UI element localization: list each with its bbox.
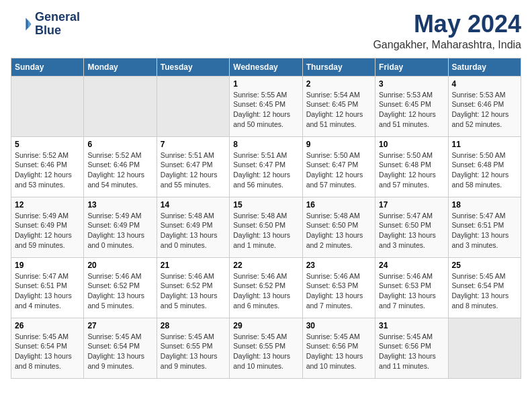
- day-cell: 18Sunrise: 5:47 AM Sunset: 6:51 PM Dayli…: [448, 197, 521, 257]
- svg-marker-1: [28, 19, 32, 28]
- day-number: 4: [452, 79, 517, 89]
- title-block: May 2024 Gangakher, Maharashtra, India: [373, 11, 521, 51]
- day-cell: 22Sunrise: 5:46 AM Sunset: 6:52 PM Dayli…: [230, 257, 302, 318]
- column-header-sunday: Sunday: [11, 58, 84, 76]
- day-number: 8: [233, 140, 298, 149]
- day-info: Sunrise: 5:50 AM Sunset: 6:47 PM Dayligh…: [306, 150, 371, 190]
- day-cell: [157, 76, 229, 136]
- day-info: Sunrise: 5:48 AM Sunset: 6:49 PM Dayligh…: [161, 211, 226, 250]
- header-row: SundayMondayTuesdayWednesdayThursdayFrid…: [11, 58, 521, 76]
- day-cell: 5Sunrise: 5:52 AM Sunset: 6:46 PM Daylig…: [11, 136, 84, 197]
- day-number: 28: [161, 321, 226, 330]
- day-cell: 9Sunrise: 5:50 AM Sunset: 6:47 PM Daylig…: [302, 136, 375, 197]
- day-number: 27: [87, 321, 152, 330]
- day-cell: 20Sunrise: 5:46 AM Sunset: 6:52 PM Dayli…: [84, 257, 157, 318]
- day-cell: 6Sunrise: 5:52 AM Sunset: 6:46 PM Daylig…: [84, 136, 157, 197]
- day-info: Sunrise: 5:49 AM Sunset: 6:49 PM Dayligh…: [15, 211, 80, 250]
- day-cell: 31Sunrise: 5:45 AM Sunset: 6:56 PM Dayli…: [375, 318, 448, 378]
- day-number: 1: [233, 79, 298, 89]
- day-info: Sunrise: 5:47 AM Sunset: 6:50 PM Dayligh…: [379, 211, 444, 250]
- day-cell: 17Sunrise: 5:47 AM Sunset: 6:50 PM Dayli…: [375, 197, 448, 257]
- day-cell: 14Sunrise: 5:48 AM Sunset: 6:49 PM Dayli…: [157, 197, 229, 257]
- day-number: 21: [161, 261, 226, 270]
- day-cell: 4Sunrise: 5:53 AM Sunset: 6:46 PM Daylig…: [448, 76, 521, 136]
- day-cell: 24Sunrise: 5:46 AM Sunset: 6:53 PM Dayli…: [375, 257, 448, 318]
- day-number: 18: [452, 200, 517, 210]
- day-number: 24: [379, 261, 444, 270]
- day-info: Sunrise: 5:53 AM Sunset: 6:46 PM Dayligh…: [452, 90, 517, 130]
- day-info: Sunrise: 5:47 AM Sunset: 6:51 PM Dayligh…: [452, 211, 517, 250]
- column-header-wednesday: Wednesday: [230, 58, 302, 76]
- day-number: 9: [306, 140, 371, 149]
- day-info: Sunrise: 5:46 AM Sunset: 6:53 PM Dayligh…: [306, 271, 371, 311]
- day-cell: 1Sunrise: 5:55 AM Sunset: 6:45 PM Daylig…: [230, 76, 302, 136]
- day-number: 23: [306, 261, 371, 270]
- day-info: Sunrise: 5:51 AM Sunset: 6:47 PM Dayligh…: [161, 150, 226, 190]
- calendar-body: 1Sunrise: 5:55 AM Sunset: 6:45 PM Daylig…: [11, 76, 521, 378]
- week-row-4: 19Sunrise: 5:47 AM Sunset: 6:51 PM Dayli…: [11, 257, 521, 318]
- day-cell: [448, 318, 521, 378]
- day-info: Sunrise: 5:48 AM Sunset: 6:50 PM Dayligh…: [233, 211, 298, 250]
- week-row-3: 12Sunrise: 5:49 AM Sunset: 6:49 PM Dayli…: [11, 197, 521, 257]
- day-cell: 15Sunrise: 5:48 AM Sunset: 6:50 PM Dayli…: [230, 197, 302, 257]
- day-number: 2: [306, 79, 371, 89]
- day-number: 25: [452, 261, 517, 270]
- day-cell: 3Sunrise: 5:53 AM Sunset: 6:45 PM Daylig…: [375, 76, 448, 136]
- page-header: General Blue May 2024 Gangakher, Maharas…: [11, 11, 521, 51]
- day-number: 26: [15, 321, 80, 330]
- day-cell: 23Sunrise: 5:46 AM Sunset: 6:53 PM Dayli…: [302, 257, 375, 318]
- day-cell: 27Sunrise: 5:45 AM Sunset: 6:54 PM Dayli…: [84, 318, 157, 378]
- day-info: Sunrise: 5:50 AM Sunset: 6:48 PM Dayligh…: [452, 150, 517, 190]
- day-number: 22: [233, 261, 298, 270]
- day-cell: 25Sunrise: 5:45 AM Sunset: 6:54 PM Dayli…: [448, 257, 521, 318]
- day-cell: 16Sunrise: 5:48 AM Sunset: 6:50 PM Dayli…: [302, 197, 375, 257]
- day-info: Sunrise: 5:55 AM Sunset: 6:45 PM Dayligh…: [233, 90, 298, 130]
- column-header-tuesday: Tuesday: [157, 58, 229, 76]
- day-info: Sunrise: 5:46 AM Sunset: 6:53 PM Dayligh…: [379, 271, 444, 311]
- day-cell: 11Sunrise: 5:50 AM Sunset: 6:48 PM Dayli…: [448, 136, 521, 197]
- day-number: 14: [161, 200, 226, 210]
- day-info: Sunrise: 5:45 AM Sunset: 6:55 PM Dayligh…: [233, 332, 298, 371]
- day-info: Sunrise: 5:46 AM Sunset: 6:52 PM Dayligh…: [161, 271, 226, 311]
- day-number: 15: [233, 200, 298, 210]
- day-cell: 19Sunrise: 5:47 AM Sunset: 6:51 PM Dayli…: [11, 257, 84, 318]
- day-info: Sunrise: 5:45 AM Sunset: 6:55 PM Dayligh…: [161, 332, 226, 371]
- day-number: 30: [306, 321, 371, 330]
- day-number: 29: [233, 321, 298, 330]
- column-header-thursday: Thursday: [302, 58, 375, 76]
- day-info: Sunrise: 5:45 AM Sunset: 6:54 PM Dayligh…: [15, 332, 80, 371]
- day-info: Sunrise: 5:48 AM Sunset: 6:50 PM Dayligh…: [306, 211, 371, 250]
- day-number: 5: [15, 140, 80, 149]
- day-cell: 21Sunrise: 5:46 AM Sunset: 6:52 PM Dayli…: [157, 257, 229, 318]
- day-cell: 8Sunrise: 5:51 AM Sunset: 6:47 PM Daylig…: [230, 136, 302, 197]
- day-cell: 10Sunrise: 5:50 AM Sunset: 6:48 PM Dayli…: [375, 136, 448, 197]
- day-number: 6: [87, 140, 152, 149]
- day-info: Sunrise: 5:51 AM Sunset: 6:47 PM Dayligh…: [233, 150, 298, 190]
- month-title: May 2024: [373, 11, 521, 38]
- day-info: Sunrise: 5:50 AM Sunset: 6:48 PM Dayligh…: [379, 150, 444, 190]
- week-row-5: 26Sunrise: 5:45 AM Sunset: 6:54 PM Dayli…: [11, 318, 521, 378]
- day-info: Sunrise: 5:45 AM Sunset: 6:54 PM Dayligh…: [452, 271, 517, 311]
- day-info: Sunrise: 5:45 AM Sunset: 6:56 PM Dayligh…: [306, 332, 371, 371]
- day-cell: 7Sunrise: 5:51 AM Sunset: 6:47 PM Daylig…: [157, 136, 229, 197]
- day-info: Sunrise: 5:45 AM Sunset: 6:56 PM Dayligh…: [379, 332, 444, 371]
- logo-text: General Blue: [35, 11, 80, 38]
- day-cell: 2Sunrise: 5:54 AM Sunset: 6:45 PM Daylig…: [302, 76, 375, 136]
- day-cell: 12Sunrise: 5:49 AM Sunset: 6:49 PM Dayli…: [11, 197, 84, 257]
- logo-icon: [11, 13, 32, 35]
- day-info: Sunrise: 5:54 AM Sunset: 6:45 PM Dayligh…: [306, 90, 371, 130]
- day-info: Sunrise: 5:47 AM Sunset: 6:51 PM Dayligh…: [15, 271, 80, 311]
- day-info: Sunrise: 5:52 AM Sunset: 6:46 PM Dayligh…: [15, 150, 80, 190]
- day-cell: 28Sunrise: 5:45 AM Sunset: 6:55 PM Dayli…: [157, 318, 229, 378]
- day-cell: [11, 76, 84, 136]
- day-number: 3: [379, 79, 444, 89]
- day-number: 19: [15, 261, 80, 270]
- day-info: Sunrise: 5:49 AM Sunset: 6:49 PM Dayligh…: [87, 211, 152, 250]
- day-number: 20: [87, 261, 152, 270]
- day-number: 10: [379, 140, 444, 149]
- day-number: 13: [87, 200, 152, 210]
- week-row-2: 5Sunrise: 5:52 AM Sunset: 6:46 PM Daylig…: [11, 136, 521, 197]
- day-cell: [84, 76, 157, 136]
- day-info: Sunrise: 5:46 AM Sunset: 6:52 PM Dayligh…: [233, 271, 298, 311]
- day-cell: 30Sunrise: 5:45 AM Sunset: 6:56 PM Dayli…: [302, 318, 375, 378]
